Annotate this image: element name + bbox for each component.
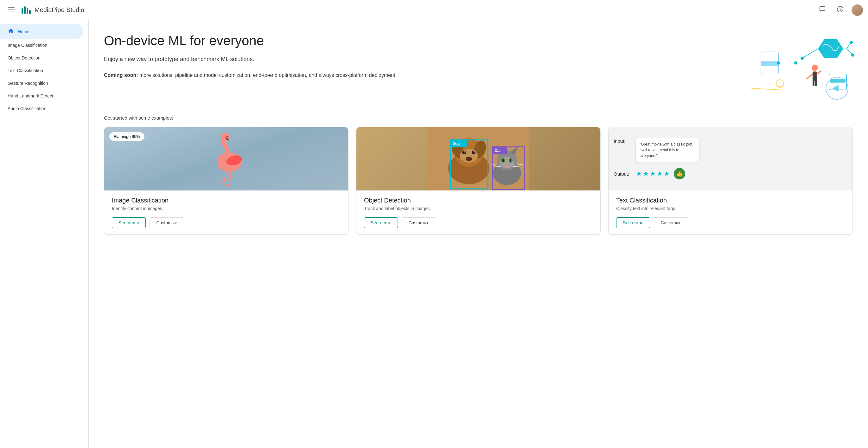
coming-soon-prefix: Coming soon: [104,72,138,78]
svg-point-47 [466,157,472,161]
svg-line-18 [807,74,812,79]
sidebar: Home Image Classification Object Detecti… [0,20,89,448]
svg-point-11 [794,61,797,65]
thumbs-up-icon: 👍 [674,168,685,179]
feedback-button[interactable] [816,4,829,16]
card-image-classification-actions: See demo Customize [104,217,348,235]
rating-stars: ★★★★★ [636,170,671,178]
dog-cat-image-bg: Dog Cat [356,127,600,191]
hero-subtitle: Enjoy a new way to prototype and benchma… [104,55,739,64]
output-label: Output: [614,171,632,177]
text-cls-output-row: Output: ★★★★★ 👍 [614,168,847,179]
svg-point-5 [840,10,840,11]
sidebar-item-image-classification-label: Image Classification [8,43,47,48]
flamingo-detection-label: Flamingo 95% [109,132,145,141]
sidebar-item-gesture-recognition[interactable]: Gesture Recognition [0,77,83,90]
svg-line-35 [225,170,226,181]
svg-rect-0 [8,7,14,8]
svg-line-24 [751,88,780,90]
hero-section: On-device ML for everyone Enjoy a new wa… [104,33,853,103]
object-detection-customize-button[interactable]: Customize [402,217,436,228]
topbar-right [816,4,863,16]
home-icon [8,28,14,35]
svg-point-49 [472,150,475,154]
image-classification-demo-button[interactable]: See demo [112,217,146,228]
svg-point-22 [776,80,784,87]
help-button[interactable] [834,4,846,16]
svg-point-48 [462,150,466,154]
svg-rect-2 [8,11,14,11]
thumbs-up-emoji: 👍 [676,170,683,177]
svg-point-4 [837,6,843,12]
svg-line-36 [229,170,231,184]
logo-icon [22,6,31,14]
coming-soon-text: more solutions, pipeline and model custo… [138,72,397,78]
sidebar-item-object-detection[interactable]: Object Detection [0,51,83,64]
text-cls-bg: Input: "Great movie with a classic plot.… [609,127,852,191]
card-image-classification-desc: Identify content in images. [112,206,341,211]
hero-title: On-device ML for everyone [104,33,739,49]
sidebar-item-audio-classification[interactable]: Audio Classification [0,102,83,115]
svg-line-19 [817,71,821,74]
svg-point-10 [777,61,780,65]
svg-point-13 [801,57,804,60]
text-classification-customize-button[interactable]: Customize [654,217,688,228]
hero-text: On-device ML for everyone Enjoy a new wa… [104,33,739,103]
card-object-detection-title: Object Detection [364,197,593,204]
card-text-classification: Input: "Great movie with a classic plot.… [608,127,853,235]
svg-text:Cat: Cat [495,148,500,153]
main-content: On-device ML for everyone Enjoy a new wa… [89,20,868,448]
feedback-icon [819,6,826,14]
object-detection-demo-button[interactable]: See demo [364,217,398,228]
svg-marker-8 [818,39,843,58]
card-image-classification-title: Image Classification [112,197,341,204]
card-object-detection-actions: See demo Customize [356,217,600,235]
sidebar-item-image-classification[interactable]: Image Classification [0,39,83,51]
svg-marker-30 [832,85,839,92]
card-image-classification: Flamingo 95% [104,127,348,235]
svg-point-61 [510,159,511,162]
svg-rect-1 [8,9,14,9]
svg-point-50 [464,151,465,152]
sidebar-item-hand-landmark[interactable]: Hand Landmark Detect... [0,90,83,102]
svg-point-28 [849,41,853,44]
topbar: MediaPipe Studio [0,0,868,20]
app-title: MediaPipe Studio [34,6,84,13]
sidebar-item-gesture-recognition-label: Gesture Recognition [8,81,48,86]
sidebar-item-text-classification[interactable]: Text Classification [0,64,83,77]
svg-point-26 [851,54,855,57]
card-object-detection-desc: Track and label objects in images. [364,206,593,211]
svg-rect-17 [815,80,817,86]
svg-text:Dog: Dog [453,141,460,146]
image-classification-customize-button[interactable]: Customize [150,217,184,228]
layout: Home Image Classification Object Detecti… [0,20,868,448]
text-classification-demo-button[interactable]: See demo [616,217,650,228]
hero-image [751,33,853,103]
hamburger-button[interactable] [5,4,18,16]
svg-point-33 [226,136,228,137]
avatar[interactable] [851,4,863,16]
flamingo-illustration [194,130,258,187]
card-text-classification-preview: Input: "Great movie with a classic plot.… [609,127,852,191]
svg-rect-3 [820,7,825,11]
card-text-classification-actions: See demo Customize [609,217,852,235]
svg-point-60 [502,159,504,162]
card-text-classification-desc: Classify text into relevant tags. [616,206,845,211]
sidebar-item-home-label: Home [18,29,29,34]
card-object-detection-body: Object Detection Track and label objects… [356,191,600,211]
input-label: Input: [614,138,632,144]
hero-coming-soon: Coming soon: more solutions, pipeline an… [104,71,739,79]
card-text-classification-title: Text Classification [616,197,845,204]
card-text-classification-body: Text Classification Classify text into r… [609,191,852,211]
hamburger-icon [8,6,14,14]
svg-point-51 [474,151,475,152]
topbar-left: MediaPipe Studio [5,4,816,16]
card-image-classification-body: Image Classification Identify content in… [104,191,348,211]
input-text-bubble: "Great movie with a classic plot. I will… [636,138,699,162]
sidebar-item-home[interactable]: Home [0,24,83,39]
flamingo-image-bg: Flamingo 95% [104,127,348,191]
text-cls-input-row: Input: "Great movie with a classic plot.… [614,138,847,162]
cards-grid: Flamingo 95% [104,127,853,235]
hero-illustration [751,33,853,103]
sidebar-item-text-classification-label: Text Classification [8,68,43,73]
